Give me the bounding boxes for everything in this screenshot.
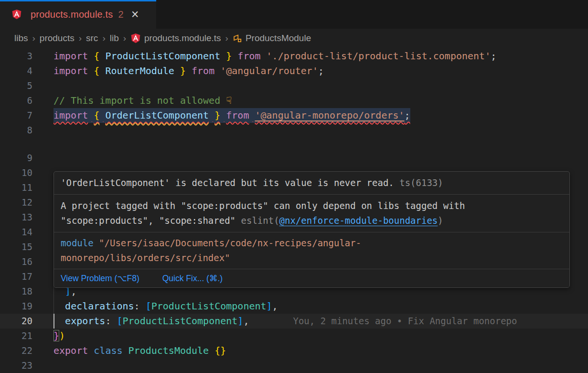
code-line[interactable]: 3import { ProductListComponent } from '.… xyxy=(0,49,588,64)
token xyxy=(123,345,128,356)
breadcrumb-label: ProductsModule xyxy=(246,33,311,44)
breadcrumb-separator: › xyxy=(123,33,126,44)
token: ; xyxy=(405,110,410,121)
hover-message-segment: "/Users/isaac/Documents/code/nx-recipes/… xyxy=(61,238,361,263)
token: class xyxy=(94,345,122,356)
token: } xyxy=(53,330,59,341)
token xyxy=(88,110,94,121)
angular-icon xyxy=(130,33,141,44)
code-line[interactable]: 23 xyxy=(0,358,588,373)
token xyxy=(249,110,255,121)
code-line[interactable]: 8 xyxy=(0,123,588,138)
breadcrumb-label: lib xyxy=(110,33,119,44)
quick-fix-link[interactable]: Quick Fix... (⌘.) xyxy=(162,271,223,286)
token xyxy=(99,65,105,77)
breadcrumb-label: src xyxy=(86,33,98,44)
code-line[interactable]: 21}) xyxy=(0,329,588,343)
error-hover-popup: 'OrderListComponent' is declared but its… xyxy=(53,171,570,288)
token: { xyxy=(94,110,99,121)
code-line[interactable]: 20 exports: [ProductListComponent],You, … xyxy=(0,314,588,329)
breadcrumb-label: products.module.ts xyxy=(144,33,221,44)
token: ProductListComponent xyxy=(105,50,220,62)
token: ] xyxy=(267,300,272,312)
code-line[interactable]: 19 declarations: [ProductListComponent], xyxy=(0,299,588,314)
token: exports xyxy=(65,315,105,327)
code-text: declarations: [ProductListComponent], xyxy=(53,299,278,314)
token xyxy=(214,65,220,77)
hover-message: A project tagged with "scope:products" c… xyxy=(54,195,569,232)
line-number: 23 xyxy=(0,358,32,373)
token: declarations xyxy=(65,300,134,312)
breadcrumb-item-libs[interactable]: libs xyxy=(14,33,28,44)
token xyxy=(261,50,267,62)
token xyxy=(99,110,105,121)
token: '@angular/router' xyxy=(220,65,318,77)
line-number: 18 xyxy=(0,284,32,299)
line-number: 14 xyxy=(0,225,32,240)
token: // This import is not allowed xyxy=(53,95,226,106)
line-number: 9 xyxy=(0,151,32,165)
breadcrumb-separator: › xyxy=(225,33,228,44)
token xyxy=(220,110,226,121)
code-text: }) xyxy=(53,329,65,343)
hover-actions: View Problem (⌥F8)Quick Fix... (⌘.) xyxy=(54,269,569,287)
breadcrumb-item-src[interactable]: src xyxy=(86,33,98,44)
code-line[interactable]: 7import { OrderListComponent } from '@an… xyxy=(0,108,588,123)
code-text: // This import is not allowed ☟ xyxy=(53,93,232,108)
breadcrumb-separator: › xyxy=(79,33,82,44)
code-line[interactable]: 22export class ProductsModule {} xyxy=(0,343,588,358)
line-number: 10 xyxy=(0,165,32,180)
breadcrumb-item-products-module-ts[interactable]: products.module.ts xyxy=(130,33,221,44)
hover-message: module "/Users/isaac/Documents/code/nx-r… xyxy=(54,232,569,269)
token: {} xyxy=(214,345,226,356)
token: : xyxy=(134,300,146,312)
token: OrderListComponent xyxy=(105,110,209,121)
breadcrumb-item-products[interactable]: products xyxy=(40,33,75,44)
git-blame-annotation: You, 2 minutes ago • Fix Angular monorep… xyxy=(249,316,517,326)
token xyxy=(186,65,192,77)
code-line[interactable]: 5 xyxy=(0,78,588,93)
token xyxy=(53,300,65,312)
token xyxy=(220,50,226,62)
line-number: 19 xyxy=(0,299,32,314)
hover-message-segment: ) xyxy=(438,215,443,226)
hover-message-segment: ts(6133) xyxy=(394,177,443,188)
view-problem-link[interactable]: View Problem (⌥F8) xyxy=(61,271,139,286)
line-number: 8 xyxy=(0,123,32,138)
token: } xyxy=(226,50,232,62)
code-line[interactable]: 9 xyxy=(0,151,588,165)
token: from xyxy=(192,65,214,77)
breadcrumb-label: libs xyxy=(14,33,28,44)
tab-products-module[interactable]: products.module.ts 2 × xyxy=(0,0,156,29)
token xyxy=(88,65,94,77)
line-number: 21 xyxy=(0,329,32,343)
line-number: 11 xyxy=(0,180,32,195)
hover-message-segment: module xyxy=(61,238,94,248)
token xyxy=(209,345,214,356)
code-line[interactable]: 4import { RouterModule } from '@angular/… xyxy=(0,64,588,78)
breadcrumb: libs›products›src›lib›products.module.ts… xyxy=(0,29,588,48)
token: ] xyxy=(237,315,243,327)
code-text: import { RouterModule } from '@angular/r… xyxy=(53,64,324,78)
token: from xyxy=(226,110,249,121)
line-number: 3 xyxy=(0,49,32,64)
code-text: exports: [ProductListComponent],You, 2 m… xyxy=(53,314,517,329)
breadcrumb-item-lib[interactable]: lib xyxy=(110,33,119,44)
line-number: 13 xyxy=(0,210,32,225)
line-number: 22 xyxy=(0,343,32,358)
token: './product-list/product-list.component' xyxy=(267,50,491,62)
breadcrumb-item-productsmodule[interactable]: ProductsModule xyxy=(233,33,311,44)
code-line[interactable]: 6// This import is not allowed ☟ xyxy=(0,93,588,108)
token: { xyxy=(94,65,99,77)
line-number: 20 xyxy=(0,314,32,329)
token: ☟ xyxy=(226,95,232,106)
eslint-rule-link[interactable]: @nx/enforce-module-boundaries xyxy=(279,215,438,226)
line-number: 6 xyxy=(0,93,32,108)
vscode-window: products.module.ts 2 × libs›products›src… xyxy=(0,0,588,373)
line-number: 15 xyxy=(0,240,32,254)
breadcrumb-label: products xyxy=(40,33,75,44)
token: , xyxy=(243,315,249,327)
close-icon[interactable]: × xyxy=(131,10,139,19)
code-editor[interactable]: 3import { ProductListComponent } from '.… xyxy=(0,48,588,373)
token: '@angular-monorepo/orders' xyxy=(255,110,405,121)
